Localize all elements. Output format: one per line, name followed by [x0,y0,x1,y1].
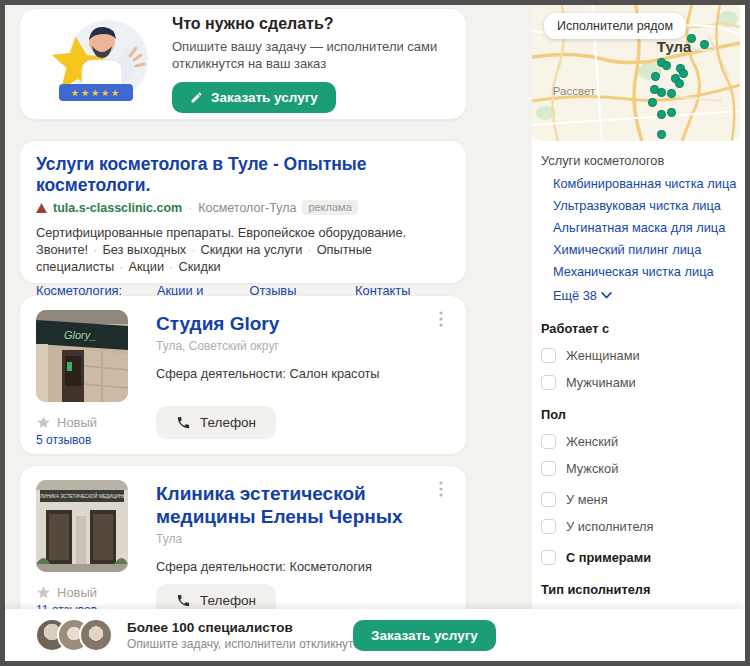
star-icon [36,415,51,430]
performers-nearby-pill[interactable]: Исполнители рядом [544,13,686,39]
service-link-ultrasonic-cleaning[interactable]: Ультразвуковая чистка лица [553,199,737,212]
checkbox[interactable] [541,492,556,507]
map-city-label: Тула [657,38,692,55]
ad-feature: Скидки [178,259,220,274]
kebab-menu-icon [439,311,443,327]
performer-map-dot [657,110,666,119]
listing-title[interactable]: Клиника эстетической медицины Елены Черн… [156,482,450,528]
map-town-label: Рассвет [553,85,595,97]
promo-description: Опишите вашу задачу — исполнители сами о… [172,38,446,72]
rating-stars: ★★★★★ [59,86,133,101]
order-service-button[interactable]: Заказать услугу [172,82,336,113]
performer-map-dot [648,98,657,107]
performer-map-dot [657,130,666,139]
filter-option-men[interactable]: Мужчинами [541,375,737,390]
service-link-chemical-peel[interactable]: Химический пилинг лица [553,243,737,256]
pencil-icon [190,91,203,104]
checkbox-label: У меня [566,492,608,507]
checkbox-label: У исполнителя [566,519,654,534]
filter-option-at-my-place[interactable]: У меня [541,492,737,507]
storefront-photo: Glory_ [36,310,128,402]
filter-title-works-with: Работает с [541,321,737,336]
kebab-menu-icon [439,481,443,497]
order-service-bottom-label: Заказать услугу [371,628,478,643]
filter-option-women[interactable]: Женщинами [541,348,737,363]
service-link-combined-cleaning[interactable]: Комбинированная чистка лица [553,177,737,190]
phone-icon [176,593,191,608]
filter-title-performer-type: Тип исполнителя [541,582,737,597]
listing-photo[interactable]: КЛИНИКА ЭСТЕТИЧЕСКОЙ МЕДИЦИНЫ [36,480,128,572]
status-new-label: Новый [57,415,97,430]
avatar [79,618,113,652]
promo-text: Что нужно сделать? Опишите вашу задачу —… [172,15,446,113]
ad-domain[interactable]: tula.s-classclinic.com [53,201,182,215]
reviews-link[interactable]: 5 отзывов [36,433,91,447]
performer-map-dot [700,40,709,49]
filter-option-at-performer[interactable]: У исполнителя [541,519,737,534]
listing-photo[interactable]: Glory_ [36,310,128,402]
ad-feature: Акции [128,259,164,274]
performer-map-dot [662,61,671,70]
checkbox[interactable] [541,348,556,363]
services-results-page: ★★★★★ Что нужно сделать? Опишите вашу за… [5,5,745,661]
listing-sphere: Сфера деятельности: Салон красоты [156,366,450,381]
sidebar-content: Услуги косметологов Комбинированная чист… [532,141,745,666]
filter-title-gender: Пол [541,407,737,422]
listing-card-glory: Glory_ Новый 5 отзывов [19,295,467,455]
performer-map-dot [679,69,688,78]
listing-location: Тула [156,532,450,546]
service-link-mechanical-cleaning[interactable]: Механическая чистка лица [553,265,737,278]
star-icon [36,585,51,600]
sidebar: Исполнители рядом Тула Рассвет Услуги ко… [532,5,745,661]
listing-main: Клиника эстетической медицины Елены Черн… [156,480,450,610]
checkbox[interactable] [541,461,556,476]
separator: · [188,201,192,215]
show-more-services[interactable]: Ещё 38 [553,288,612,303]
listing-main: Студия Glory Тула, Советский округ Сфера… [156,310,450,440]
ad-card: Услуги косметолога в Туле - Опытные косм… [19,140,467,284]
filter-option-with-examples[interactable]: С примерами [541,550,737,565]
phone-button-label: Телефон [200,415,256,430]
more-options-button[interactable] [432,480,450,498]
listing-left-column: КЛИНИКА ЭСТЕТИЧЕСКОЙ МЕДИЦИНЫ Новый [36,480,128,610]
more-options-button[interactable] [432,310,450,328]
service-link-alginate-mask[interactable]: Альгинатная маска для лица [553,221,737,234]
checkbox-label: Мужской [566,461,618,476]
chevron-down-icon [601,292,612,299]
performer-map-dot [667,89,676,98]
ad-feature: Скидки на услуги [201,242,303,257]
ad-meta-row: tula.s-classclinic.com · Косметолог-Тула… [36,200,446,215]
performer-map-dot [651,72,660,81]
clinic-photo: КЛИНИКА ЭСТЕТИЧЕСКОЙ МЕДИЦИНЫ [36,480,128,572]
checkbox[interactable] [541,550,556,565]
ad-badge: реклама [302,200,357,215]
listing-title[interactable]: Студия Glory [156,312,450,335]
checkbox[interactable] [541,434,556,449]
checkbox-label: Женщинами [566,348,640,363]
checkbox-label: Женский [566,434,618,449]
listing-location: Тула, Советский округ [156,339,450,353]
show-more-label: Ещё 38 [553,288,597,303]
phone-button[interactable]: Телефон [156,406,276,439]
checkbox[interactable] [541,375,556,390]
ad-title-link[interactable]: Услуги косметолога в Туле - Опытные косм… [36,154,446,196]
listing-status: Новый [36,585,128,600]
site-favicon-icon [36,203,47,213]
performer-map-dot [667,108,676,117]
phone-icon [176,415,191,430]
performer-map-dot [657,88,666,97]
filter-option-male[interactable]: Мужской [541,461,737,476]
ad-feature: Без выходных [102,242,186,257]
performer-map-dot [687,34,696,43]
map-widget[interactable]: Исполнители рядом Тула Рассвет [532,5,740,141]
order-service-button-bottom[interactable]: Заказать услугу [353,620,496,651]
services-heading: Услуги косметологов [541,153,737,168]
specialists-avatars [35,618,113,652]
checkbox[interactable] [541,519,556,534]
specialist-illustration: ★★★★★ [46,16,150,112]
results-column: ★★★★★ Что нужно сделать? Опишите вашу за… [5,5,532,661]
filter-option-female[interactable]: Женский [541,434,737,449]
status-new-label: Новый [57,585,97,600]
listing-card-clinic: КЛИНИКА ЭСТЕТИЧЕСКОЙ МЕДИЦИНЫ Новый [19,465,467,625]
ad-description: Сертифицированные препараты. Европейское… [36,224,446,275]
